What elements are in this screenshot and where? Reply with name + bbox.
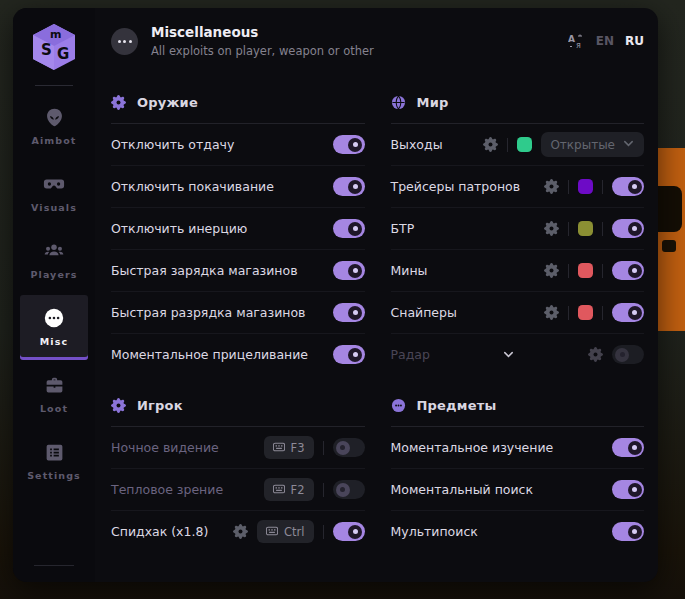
gear-icon[interactable] (544, 305, 559, 320)
row-controls (544, 177, 644, 196)
row-label: Моментальный поиск (391, 482, 534, 497)
page-subtitle: All exploits on player, weapon or other (151, 44, 374, 58)
toggle-knob (348, 138, 362, 152)
row-Спидхак (x1.8): Спидхак (x1.8)Ctrl (111, 510, 365, 552)
row-Тепловое зрение: Тепловое зрениеF2 (111, 468, 365, 510)
toggle-knob (628, 525, 642, 539)
dropdown-select[interactable]: Открытые (541, 132, 644, 157)
toggle-knob (348, 348, 362, 362)
row-БТР: БТР (391, 207, 645, 249)
toggle-switch[interactable] (612, 522, 644, 541)
lang-ru-button[interactable]: RU (625, 34, 644, 48)
toggle-switch[interactable] (333, 303, 365, 322)
vr-goggles-icon (43, 173, 65, 195)
color-swatch[interactable] (517, 137, 532, 152)
toggle-switch[interactable] (612, 345, 644, 364)
keybind-key: Ctrl (284, 525, 304, 539)
row-controls (333, 345, 365, 364)
toggle-switch[interactable] (333, 135, 365, 154)
sidebar-item-loot[interactable]: Loot (20, 362, 88, 427)
lang-en-button[interactable]: EN (596, 34, 614, 48)
row-label: Трейсеры патронов (391, 179, 521, 194)
app-logo-icon: S G m (30, 22, 78, 72)
color-swatch[interactable] (578, 263, 593, 278)
row-label: Снайперы (391, 305, 457, 320)
chevron-down-icon[interactable] (502, 348, 515, 361)
settings-list-icon (43, 441, 65, 463)
sidebar-divider (35, 85, 73, 86)
toggle-knob (628, 483, 642, 497)
box-icon (391, 398, 406, 413)
sidebar-item-label: Aimbot (32, 135, 77, 146)
svg-text:m: m (50, 28, 61, 41)
section-title: Игрок (137, 398, 183, 413)
row-Снайперы: Снайперы (391, 291, 645, 333)
logo-letter-s: S (41, 41, 52, 59)
toggle-switch[interactable] (333, 345, 365, 364)
toggle-switch[interactable] (333, 438, 365, 457)
toggle-switch[interactable] (333, 219, 365, 238)
main-panel: Miscellaneous All exploits on player, we… (95, 8, 658, 582)
row-Отключить отдачу: Отключить отдачу (111, 124, 365, 165)
row-Быстрая зарядка магазинов: Быстрая зарядка магазинов (111, 249, 365, 291)
color-swatch[interactable] (578, 221, 593, 236)
sidebar: S G m AimbotVisualsPlayersMiscLootSettin… (13, 8, 95, 582)
sidebar-item-visuals[interactable]: Visuals (20, 161, 88, 226)
section-Мир: МирВыходыОткрытыеТрейсеры патроновБТРМин… (391, 91, 645, 375)
gear-icon[interactable] (588, 347, 603, 362)
toggle-switch[interactable] (612, 303, 644, 322)
row-controls (612, 438, 644, 457)
row-label: Мины (391, 263, 428, 278)
logo-letter-g: G (57, 45, 69, 63)
section-header: Игрок (111, 394, 365, 416)
keybind-badge[interactable]: Ctrl (257, 520, 313, 543)
color-swatch[interactable] (578, 179, 593, 194)
control-divider (602, 222, 603, 236)
ellipsis-circle-icon (111, 28, 138, 55)
toggle-knob (348, 306, 362, 320)
row-label: Отключить покачивание (111, 179, 274, 194)
sidebar-item-misc[interactable]: Misc (20, 295, 88, 360)
gear-icon[interactable] (233, 524, 248, 539)
toggle-knob (628, 222, 642, 236)
row-label: Отключить инерцию (111, 221, 247, 236)
row-Ночное видение: Ночное видениеF3 (111, 427, 365, 468)
left-column: ОружиеОтключить отдачуОтключить покачива… (111, 91, 365, 571)
control-divider (602, 306, 603, 320)
sidebar-item-players[interactable]: Players (20, 228, 88, 293)
toggle-switch[interactable] (612, 438, 644, 457)
keybind-badge[interactable]: F2 (264, 478, 314, 501)
gear-icon[interactable] (544, 221, 559, 236)
toggle-switch[interactable] (612, 480, 644, 499)
row-controls: F3 (264, 436, 365, 459)
toggle-switch[interactable] (612, 177, 644, 196)
section-header: Предметы (391, 394, 645, 416)
sidebar-item-aimbot[interactable]: Aimbot (20, 94, 88, 159)
toggle-switch[interactable] (612, 261, 644, 280)
toggle-switch[interactable] (333, 480, 365, 499)
keybind-badge[interactable]: F3 (264, 436, 314, 459)
control-divider (323, 525, 324, 539)
control-divider (507, 138, 508, 152)
gear-icon[interactable] (483, 137, 498, 152)
sidebar-item-label: Players (30, 269, 77, 280)
row-controls: F2 (264, 478, 365, 501)
players-icon (43, 240, 65, 262)
sidebar-item-label: Loot (40, 403, 68, 414)
toggle-switch[interactable] (333, 177, 365, 196)
sidebar-item-label: Settings (27, 470, 81, 481)
language-switcher: A я EN RU (568, 33, 644, 50)
gear-icon[interactable] (544, 179, 559, 194)
sidebar-item-settings[interactable]: Settings (20, 429, 88, 494)
toggle-knob (615, 348, 629, 362)
control-divider (568, 306, 569, 320)
toggle-switch[interactable] (333, 522, 365, 541)
row-label: Быстрая разрядка магазинов (111, 305, 305, 320)
toggle-switch[interactable] (333, 261, 365, 280)
color-swatch[interactable] (578, 305, 593, 320)
toggle-knob (628, 180, 642, 194)
gear-icon[interactable] (544, 263, 559, 278)
section-title: Оружие (137, 95, 198, 110)
toggle-switch[interactable] (612, 219, 644, 238)
row-controls (333, 219, 365, 238)
